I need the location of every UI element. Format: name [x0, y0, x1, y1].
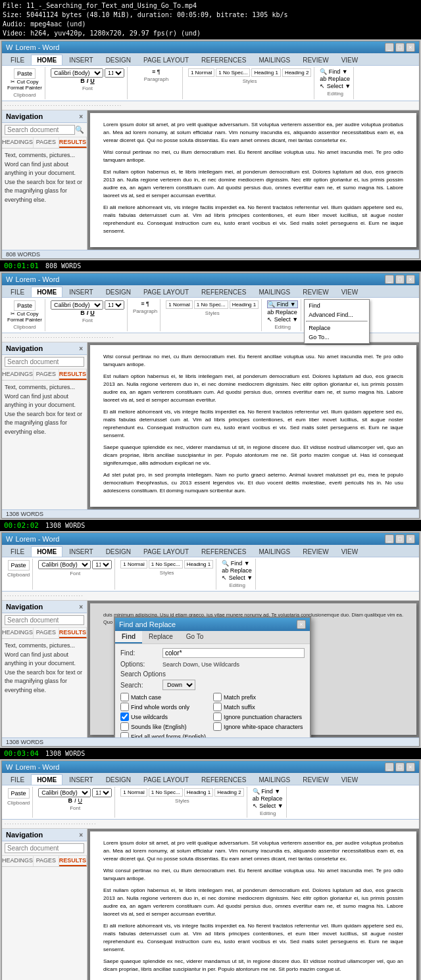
- tab-home-4[interactable]: HOME: [31, 774, 62, 785]
- tab-review-3[interactable]: REVIEW: [297, 546, 334, 557]
- tab-page-layout-3[interactable]: PAGE LAYOUT: [137, 546, 195, 557]
- style-heading1[interactable]: Heading 1: [251, 68, 280, 77]
- dialog-tab-replace[interactable]: Replace: [142, 631, 180, 643]
- tab-page-layout[interactable]: PAGE LAYOUT: [137, 55, 195, 65]
- nav-tab-results-3[interactable]: RESULTS: [59, 628, 87, 638]
- find-btn-4[interactable]: 🔍 Find ▼: [253, 788, 284, 795]
- nav-tab-pages-3[interactable]: PAGES: [34, 628, 59, 638]
- cb-ignore-space[interactable]: Ignore white-space characters: [213, 722, 305, 731]
- cb-whole-words[interactable]: Find whole words only: [120, 703, 212, 711]
- tab-review-2[interactable]: REVIEW: [297, 287, 334, 297]
- format-painter-btn[interactable]: Format Painter: [7, 85, 42, 91]
- cb-wildcards[interactable]: Use wildcards: [120, 712, 212, 721]
- nav-close-btn-4[interactable]: ×: [79, 831, 83, 839]
- paste-btn-3[interactable]: Paste: [8, 560, 30, 571]
- underline-btn-2[interactable]: U: [90, 310, 95, 316]
- nav-close-btn-1[interactable]: ×: [79, 113, 83, 120]
- find-option[interactable]: Find: [306, 301, 368, 310]
- tab-mailings[interactable]: MAILINGS: [253, 55, 296, 65]
- nav-tab-pages-2[interactable]: PAGES: [34, 369, 59, 380]
- nav-tab-headings-1[interactable]: HEADINGS: [2, 137, 34, 148]
- italic-btn-2[interactable]: I: [87, 310, 89, 316]
- advanced-find-option[interactable]: Advanced Find...: [306, 310, 368, 319]
- tab-review[interactable]: REVIEW: [297, 55, 334, 65]
- cb-match-case[interactable]: Match case: [120, 693, 212, 701]
- select-btn-4[interactable]: ↖ Select ▼: [253, 803, 284, 809]
- underline-btn-4[interactable]: U: [78, 797, 83, 804]
- nav-search-input-2[interactable]: [5, 357, 84, 367]
- tab-review-4[interactable]: REVIEW: [297, 774, 334, 785]
- tab-design-4[interactable]: DESIGN: [100, 774, 137, 785]
- style-nospace-4[interactable]: 1 No Spec...: [149, 788, 183, 797]
- tab-design-3[interactable]: DESIGN: [100, 546, 137, 557]
- style-h1-4[interactable]: Heading 1: [184, 788, 213, 797]
- style-normal-2[interactable]: 1 Normal: [166, 300, 192, 309]
- style-no-spacing-2[interactable]: 1 No Spec...: [194, 300, 228, 309]
- paste-btn-2[interactable]: Paste: [14, 300, 36, 311]
- replace-btn-2[interactable]: ab Replace: [267, 309, 298, 315]
- tab-view[interactable]: VIEW: [335, 55, 364, 65]
- select-btn-1[interactable]: ↖ Select ▼: [320, 83, 351, 89]
- tab-page-layout-2[interactable]: PAGE LAYOUT: [137, 287, 195, 297]
- cb-sounds-like[interactable]: Sounds like (English): [120, 722, 212, 731]
- replace-option[interactable]: Replace: [306, 323, 368, 333]
- font-name-select[interactable]: Calibri (Body): [51, 68, 103, 78]
- style-normal[interactable]: 1 Normal: [188, 68, 214, 77]
- style-normal-3[interactable]: 1 Normal: [120, 560, 147, 569]
- maximize-btn-4[interactable]: □: [395, 762, 405, 772]
- italic-btn[interactable]: I: [87, 78, 89, 84]
- tab-file-4[interactable]: FILE: [5, 774, 30, 785]
- paste-btn[interactable]: Paste: [14, 68, 36, 79]
- nav-search-input-3[interactable]: [5, 615, 84, 625]
- maximize-btn[interactable]: □: [395, 43, 405, 52]
- paste-btn-4[interactable]: Paste: [8, 788, 30, 799]
- find-btn-1[interactable]: 🔍 Find ▼: [320, 68, 351, 75]
- cb-match-prefix[interactable]: Match prefix: [213, 693, 305, 701]
- tab-insert-3[interactable]: INSERT: [63, 546, 99, 557]
- tab-insert-2[interactable]: INSERT: [63, 287, 99, 297]
- nav-tab-results-2[interactable]: RESULTS: [59, 369, 87, 380]
- style-normal-4[interactable]: 1 Normal: [120, 788, 147, 797]
- style-heading2[interactable]: Heading 2: [282, 68, 311, 77]
- tab-references-3[interactable]: REFERENCES: [195, 546, 252, 557]
- search-direction-select[interactable]: Down Up All: [162, 680, 195, 690]
- nav-tab-headings-4[interactable]: HEADINGS: [2, 856, 34, 866]
- style-nospace-3[interactable]: 1 No Spec...: [149, 560, 183, 569]
- close-btn-2[interactable]: ×: [406, 275, 415, 284]
- underline-btn[interactable]: U: [90, 78, 95, 84]
- format-painter-btn-2[interactable]: Format Painter: [7, 317, 42, 323]
- minimize-btn-2[interactable]: _: [385, 275, 394, 284]
- tab-file[interactable]: FILE: [5, 55, 30, 65]
- nav-tab-pages-4[interactable]: PAGES: [34, 856, 59, 866]
- font-name-select-3[interactable]: Calibri (Body): [38, 560, 91, 569]
- find-btn-3[interactable]: 🔍 Find ▼: [222, 560, 253, 567]
- tab-home-3[interactable]: HOME: [31, 546, 62, 557]
- maximize-btn-3[interactable]: □: [395, 534, 405, 544]
- cb-match-suffix[interactable]: Match suffix: [213, 703, 305, 711]
- tab-home-2[interactable]: HOME: [31, 287, 62, 297]
- select-btn-2[interactable]: ↖ Select ▼: [267, 316, 298, 323]
- nav-close-btn-3[interactable]: ×: [79, 603, 83, 611]
- style-h1-3[interactable]: Heading 1: [184, 560, 213, 569]
- style-no-spacing[interactable]: 1 No Spec...: [216, 68, 250, 77]
- tab-view-3[interactable]: VIEW: [335, 546, 364, 557]
- italic-btn-4[interactable]: I: [74, 797, 76, 804]
- tab-insert-4[interactable]: INSERT: [63, 774, 99, 785]
- tab-mailings-4[interactable]: MAILINGS: [253, 774, 296, 785]
- nav-tab-results-4[interactable]: RESULTS: [59, 856, 87, 866]
- cb-ignore-punct[interactable]: Ignore punctuation characters: [213, 712, 305, 721]
- tab-references-4[interactable]: REFERENCES: [195, 774, 252, 785]
- tab-view-4[interactable]: VIEW: [335, 774, 364, 785]
- copy-btn-2[interactable]: Copy: [26, 311, 39, 317]
- nav-tab-pages-1[interactable]: PAGES: [34, 137, 59, 148]
- font-size-select-3[interactable]: 11: [92, 560, 112, 569]
- style-h2-4[interactable]: Heading 2: [214, 788, 243, 797]
- font-size-select[interactable]: 11: [105, 68, 124, 78]
- find-btn-2[interactable]: 🔍 Find ▼: [267, 300, 298, 308]
- copy-btn[interactable]: Copy: [26, 79, 39, 85]
- nav-close-btn-2[interactable]: ×: [79, 345, 83, 352]
- replace-btn-4[interactable]: ab Replace: [253, 795, 284, 802]
- minimize-btn-3[interactable]: _: [385, 534, 394, 544]
- cut-btn[interactable]: ✂ Cut: [11, 79, 25, 85]
- select-btn-3[interactable]: ↖ Select ▼: [222, 574, 253, 581]
